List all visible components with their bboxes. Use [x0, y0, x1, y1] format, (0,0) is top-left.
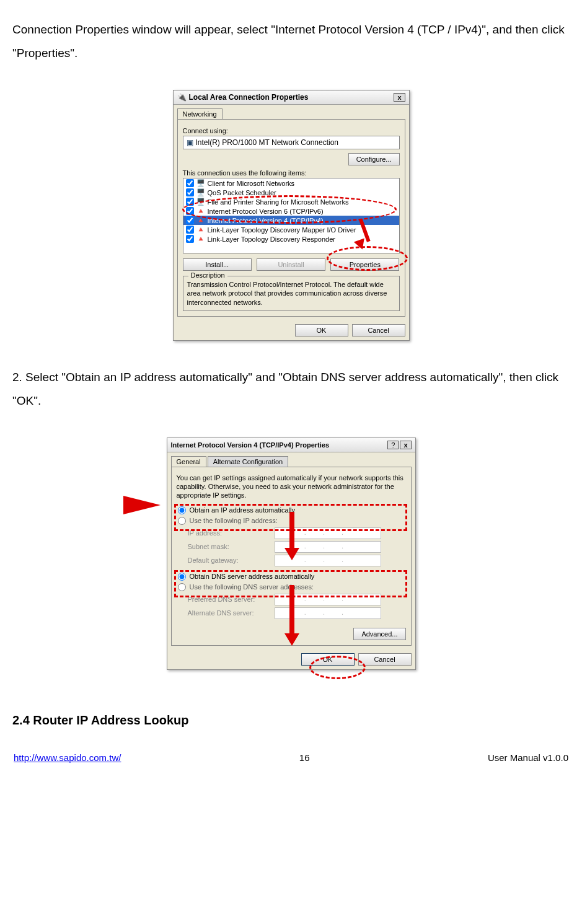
close-icon[interactable]: x — [400, 441, 411, 449]
list-item-label: Link-Layer Topology Discovery Mapper I/O… — [208, 226, 356, 234]
highlight-ellipse-ok — [309, 656, 366, 679]
adapter-field: ▣ Intel(R) PRO/1000 MT Network Connectio… — [183, 136, 400, 149]
lltd2-icon: 🔺 — [196, 235, 205, 243]
step2-text: 2. Select "Obtain an IP address automati… — [12, 366, 570, 413]
footer-url[interactable]: http://www.sapido.com.tw/ — [14, 752, 121, 763]
tab-alternate[interactable]: Alternate Configuration — [208, 456, 289, 467]
tab-general[interactable]: General — [171, 456, 206, 467]
cancel-button[interactable]: Cancel — [352, 324, 405, 337]
adapter-name: Intel(R) PRO/1000 MT Network Connection — [196, 138, 339, 147]
uninstall-button: Uninstall — [257, 258, 325, 271]
alt-dns-label: Alternate DNS server: — [188, 609, 275, 617]
page-number: 16 — [299, 752, 310, 763]
description-text: Transmission Control Protocol/Internet P… — [187, 280, 395, 307]
client-icon: 🖥️ — [196, 179, 205, 187]
tab-networking[interactable]: Networking — [177, 108, 223, 119]
arrow-icon — [123, 496, 161, 514]
configure-button[interactable]: Configure... — [348, 153, 400, 165]
list-item-label: Link-Layer Topology Discovery Responder — [208, 235, 335, 243]
checkbox[interactable] — [186, 235, 194, 243]
close-icon[interactable]: x — [394, 93, 405, 102]
intro-text: Connection Properties window will appear… — [12, 18, 570, 65]
checkbox[interactable] — [186, 226, 194, 234]
subnet-label: Subnet mask: — [188, 543, 275, 550]
lltd-icon: 🔺 — [196, 226, 205, 234]
dialog1-title: Local Area Connection Properties — [189, 93, 394, 102]
checkbox[interactable] — [186, 179, 194, 187]
adapter-icon: ▣ — [187, 138, 193, 147]
dialog2-title: Internet Protocol Version 4 (TCP/IPv4) P… — [171, 441, 388, 449]
gateway-label: Default gateway: — [188, 557, 275, 564]
connect-using-label: Connect using: — [183, 127, 400, 134]
arrow-icon — [359, 220, 384, 251]
window-icon: 🔌 — [177, 93, 187, 102]
dialog2-intro: You can get IP settings assigned automat… — [177, 472, 406, 504]
qos-icon: 🖥️ — [196, 188, 205, 196]
items-label: This connection uses the following items… — [183, 169, 400, 177]
list-item[interactable]: 🖥️Client for Microsoft Networks — [183, 178, 399, 188]
ok-button[interactable]: OK — [295, 324, 348, 337]
description-label: Description — [188, 271, 227, 279]
footer-version: User Manual v1.0.0 — [488, 752, 568, 763]
cancel-button[interactable]: Cancel — [358, 653, 412, 666]
help-icon[interactable]: ? — [387, 441, 399, 449]
page-footer: http://www.sapido.com.tw/ 16 User Manual… — [12, 752, 570, 763]
install-button[interactable]: Install... — [183, 258, 252, 271]
section-heading: 2.4 Router IP Address Lookup — [12, 713, 570, 728]
checkbox[interactable] — [186, 216, 194, 224]
list-item-label: Client for Microsoft Networks — [208, 180, 295, 187]
checkbox[interactable] — [186, 188, 194, 196]
advanced-button[interactable]: Advanced... — [353, 628, 405, 640]
